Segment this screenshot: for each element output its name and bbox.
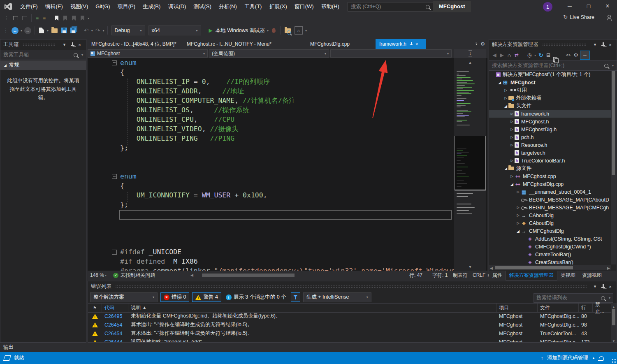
- expander-collapsed-icon[interactable]: ▷: [503, 96, 508, 100]
- tree-item-__unnamed_struct_0004_1[interactable]: ▷▦__unnamed_struct_0004_1: [489, 188, 611, 196]
- new-file-icon[interactable]: [39, 28, 44, 33]
- tree-item-cmfcghostdlg[interactable]: ◢→CMFCghostDlg: [489, 227, 611, 235]
- code-cell[interactable]: C26495: [102, 313, 128, 319]
- expander-collapsed-icon[interactable]: ▷: [515, 213, 521, 217]
- expander-collapsed-icon[interactable]: ▷: [515, 221, 521, 225]
- tool-tab-1[interactable]: 解决方案资源管理器: [506, 271, 557, 281]
- redo-chevron-icon[interactable]: ▾: [103, 29, 104, 32]
- warnings-filter-button[interactable]: 警告 4: [192, 292, 221, 302]
- expander-expanded-icon[interactable]: ◢: [515, 229, 521, 233]
- configuration-dropdown[interactable]: Debug▾: [111, 26, 145, 35]
- undo-chevron-icon[interactable]: ▾: [91, 29, 93, 32]
- toolbox-title-bar[interactable]: 工具箱 ▾ ×: [0, 39, 86, 50]
- save-all-icon[interactable]: [70, 28, 76, 33]
- open-file-icon[interactable]: [51, 28, 58, 33]
- editor-tab-1[interactable]: MFCghost.rc - I...NU_NOTIFY - Menu*: [183, 39, 306, 49]
- line-column-header[interactable]: 行: [579, 304, 593, 312]
- editor-tab-2[interactable]: MFCghostDlg.cpp: [306, 39, 376, 49]
- resize-grip[interactable]: [612, 359, 616, 363]
- home-icon[interactable]: ⌂: [506, 51, 513, 60]
- tree-item-mfcghostdlg.cpp[interactable]: ◢++MFCghostDlg.cpp: [489, 180, 611, 188]
- tree-item-caboutdlg[interactable]: ▷◆CAboutDlg: [489, 219, 611, 227]
- error-row-3[interactable]: C26444返回值被忽略: "ImageList_Add"。MFCghostMF…: [88, 338, 612, 343]
- expander-expanded-icon[interactable]: ◢: [503, 167, 508, 171]
- menu-item-5[interactable]: 生成(B): [139, 0, 164, 13]
- expander-expanded-icon[interactable]: ◢: [503, 104, 508, 108]
- tool-tab-0[interactable]: 属性: [489, 271, 506, 280]
- pin-window-icon[interactable]: [13, 16, 18, 20]
- pin-icon[interactable]: [601, 284, 605, 289]
- chevron-down-icon[interactable]: ▾: [591, 42, 598, 47]
- code-column-header[interactable]: 代码: [102, 304, 128, 312]
- tree-item-begin_message_map-caboutd[interactable]: BEGIN_MESSAGE_MAP(CAboutD: [489, 196, 611, 204]
- new-file-chevron-icon[interactable]: ▾: [47, 29, 49, 32]
- scroll-left-icon[interactable]: ◀: [490, 266, 493, 270]
- menu-item-11[interactable]: 窗口(W): [291, 0, 318, 13]
- severity-column-header[interactable]: ⚑: [88, 304, 102, 312]
- horizontal-scrollbar[interactable]: ◀ ▶: [489, 265, 611, 270]
- solution-search-box[interactable]: 搜索解决方案资源管理器(Ctrl+;) ▾: [489, 60, 617, 71]
- scope-dropdown[interactable]: 整个解决方案▾: [90, 292, 158, 302]
- notifications-bell-icon[interactable]: [599, 356, 604, 360]
- suppress-column-header[interactable]: 禁止...: [593, 304, 609, 312]
- start-debug-label[interactable]: 本地 Windows 调试器: [216, 27, 265, 34]
- back-chevron-icon[interactable]: ▾: [21, 29, 22, 32]
- menu-item-4[interactable]: 项目(P): [114, 0, 139, 13]
- tree-item--[interactable]: ◢源文件: [489, 165, 611, 172]
- close-icon[interactable]: ×: [76, 42, 83, 47]
- tree-item--[interactable]: ▷外部依赖项: [489, 94, 611, 102]
- nav-scope-dropdown[interactable]: (全局范围) ▾: [209, 49, 329, 58]
- overflow-chevron-icon[interactable]: ▾: [305, 29, 307, 32]
- editor-splitter-handle[interactable]: ↕: [454, 49, 486, 58]
- nav-project-dropdown[interactable]: MFCghost ▾: [88, 49, 208, 58]
- tree-item-mfcghost.cpp[interactable]: ▷++MFCghost.cpp: [489, 172, 611, 180]
- expander-collapsed-icon[interactable]: ▷: [509, 174, 515, 178]
- redo-icon[interactable]: ↷: [95, 24, 100, 37]
- quick-search-box[interactable]: 搜索 (Ctrl+Q): [348, 2, 435, 12]
- scrollbar-thumb[interactable]: [495, 266, 573, 269]
- expander-collapsed-icon[interactable]: ▷: [509, 135, 515, 139]
- output-tab[interactable]: 输出: [3, 344, 14, 351]
- list-members-icon[interactable]: ≡: [36, 14, 39, 23]
- zoom-chevron-icon[interactable]: ▾: [105, 274, 107, 277]
- navigate-forward-icon[interactable]: →: [24, 27, 31, 34]
- editor-tab-3[interactable]: framework.h×: [376, 39, 426, 49]
- fold-collapse-icon[interactable]: [112, 174, 117, 179]
- indent-mode[interactable]: 制表符: [453, 272, 468, 279]
- tree-item-cmfcghostdlg-cwnd-[interactable]: ◈CMFCghostDlg(CWnd *): [489, 243, 611, 250]
- scroll-down-icon[interactable]: ▼: [612, 339, 615, 343]
- error-row-2[interactable]: C26454算术溢出: "-"操作在编译时生成负的无符号结果(io.5)。MFC…: [88, 329, 612, 338]
- minimap-viewport[interactable]: [455, 136, 486, 190]
- tree-item-createtoolbar-[interactable]: ◈CreateToolBar(): [489, 250, 611, 258]
- menu-item-10[interactable]: 扩展(X): [265, 0, 290, 13]
- debug-target-chevron-icon[interactable]: ▾: [267, 29, 269, 32]
- pin-icon[interactable]: [70, 42, 75, 47]
- background-tasks-icon[interactable]: [3, 355, 11, 361]
- code-cell[interactable]: C26444: [102, 339, 128, 343]
- chevron-down-icon[interactable]: ▾: [61, 42, 68, 47]
- preview-selected-icon[interactable]: ─: [580, 51, 590, 60]
- account-avatar[interactable]: 1: [543, 2, 552, 12]
- tree-item--[interactable]: ◢头文件: [489, 102, 611, 110]
- close-icon[interactable]: ×: [607, 284, 614, 289]
- close-icon[interactable]: ×: [607, 42, 614, 47]
- tree-item-caboutdlg[interactable]: ▷→CAboutDlg: [489, 211, 611, 219]
- menu-item-2[interactable]: 视图(V): [67, 0, 92, 13]
- expander-collapsed-icon[interactable]: ▷: [509, 159, 515, 162]
- expander-collapsed-icon[interactable]: ▷: [509, 112, 515, 116]
- code-editor[interactable]: enum{ ONLINELIST_IP = 0, //IP的列顺序 ONLINE…: [88, 58, 454, 271]
- tree-item-addlist-cstring-cstring-cst[interactable]: ◈AddList(CString, CString, CSt: [489, 235, 611, 243]
- maximize-button[interactable]: □: [579, 0, 598, 13]
- collapse-all-icon[interactable]: ⊟: [545, 51, 552, 60]
- pending-changes-icon[interactable]: ◷: [526, 51, 533, 60]
- editor-tab-0[interactable]: MFCghost.rc - ID...[48x48, 4 位, BMP]*: [88, 39, 183, 49]
- active-files-dropdown-icon[interactable]: ▾: [476, 42, 477, 46]
- properties-wrench-icon[interactable]: ⚙: [573, 51, 579, 60]
- errors-filter-button[interactable]: × 错误 0: [160, 292, 189, 302]
- show-code-icon[interactable]: <>: [565, 51, 572, 60]
- tool-tab-3[interactable]: 资源视图: [579, 271, 605, 280]
- navigate-back-icon[interactable]: ←: [12, 27, 19, 34]
- scrollbar-thumb[interactable]: [612, 309, 615, 325]
- tree-item-truecolortoolbar.h[interactable]: ▷hTrueColorToolBar.h: [489, 157, 611, 165]
- profiler-flame-icon[interactable]: [272, 28, 276, 33]
